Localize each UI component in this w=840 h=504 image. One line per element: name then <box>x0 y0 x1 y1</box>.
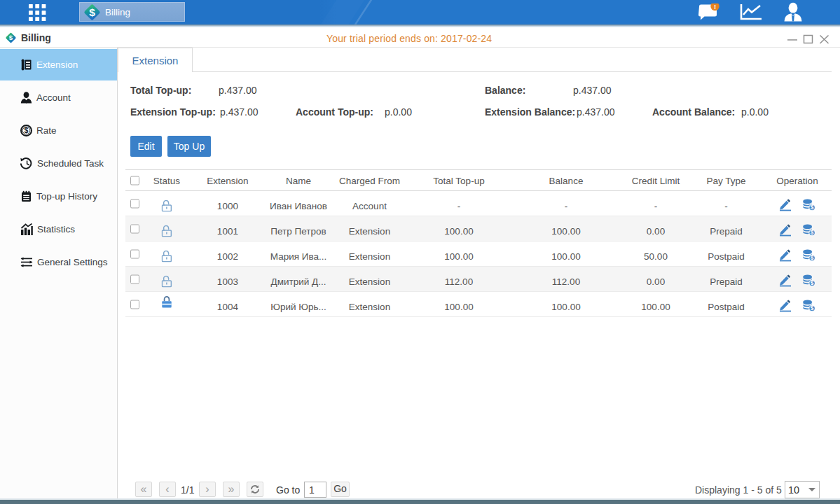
svg-text:$: $ <box>811 305 814 312</box>
svg-text:$: $ <box>811 230 814 236</box>
svg-text:$: $ <box>89 6 95 18</box>
svg-text:$: $ <box>811 255 814 261</box>
svg-text:$: $ <box>811 280 814 286</box>
svg-text:!: ! <box>714 4 716 10</box>
svg-text:$: $ <box>9 34 13 41</box>
svg-text:$: $ <box>811 204 814 211</box>
svg-text:$: $ <box>25 126 29 134</box>
